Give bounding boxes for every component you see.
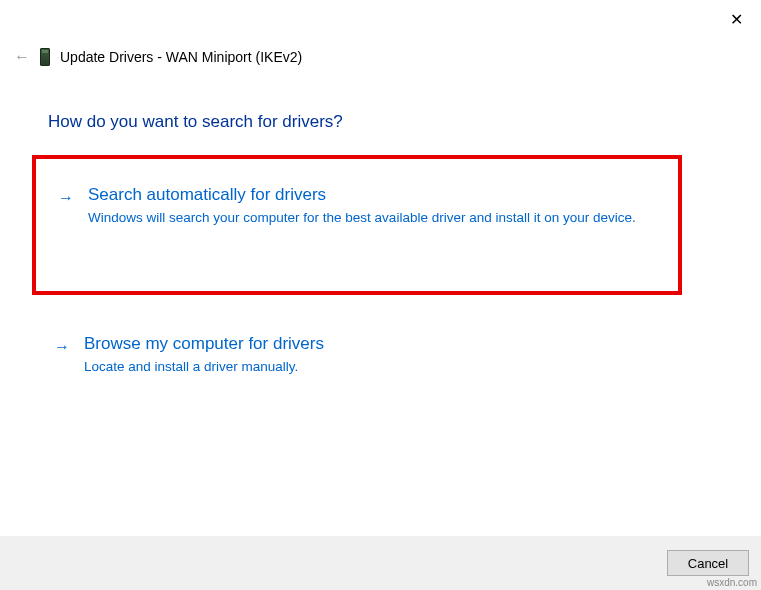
option-browse-computer[interactable]: → Browse my computer for drivers Locate … — [32, 308, 682, 395]
question-heading: How do you want to search for drivers? — [48, 112, 343, 132]
device-icon — [40, 48, 50, 66]
arrow-right-icon: → — [58, 189, 74, 207]
dialog-title: Update Drivers - WAN Miniport (IKEv2) — [60, 49, 302, 65]
cancel-button[interactable]: Cancel — [667, 550, 749, 576]
option-browse-desc: Locate and install a driver manually. — [84, 358, 644, 377]
option-browse-content: Browse my computer for drivers Locate an… — [84, 334, 660, 377]
option-auto-content: Search automatically for drivers Windows… — [88, 185, 656, 228]
watermark: wsxdn.com — [707, 577, 757, 588]
option-browse-title: Browse my computer for drivers — [84, 334, 660, 354]
option-auto-desc: Windows will search your computer for th… — [88, 209, 648, 228]
option-search-automatically[interactable]: → Search automatically for drivers Windo… — [32, 155, 682, 295]
dialog-header: ← Update Drivers - WAN Miniport (IKEv2) — [14, 48, 302, 66]
dialog-footer: Cancel — [0, 536, 761, 590]
back-arrow-icon: ← — [14, 48, 30, 66]
arrow-right-icon: → — [54, 338, 70, 356]
option-auto-title: Search automatically for drivers — [88, 185, 656, 205]
close-icon[interactable]: ✕ — [730, 10, 743, 29]
